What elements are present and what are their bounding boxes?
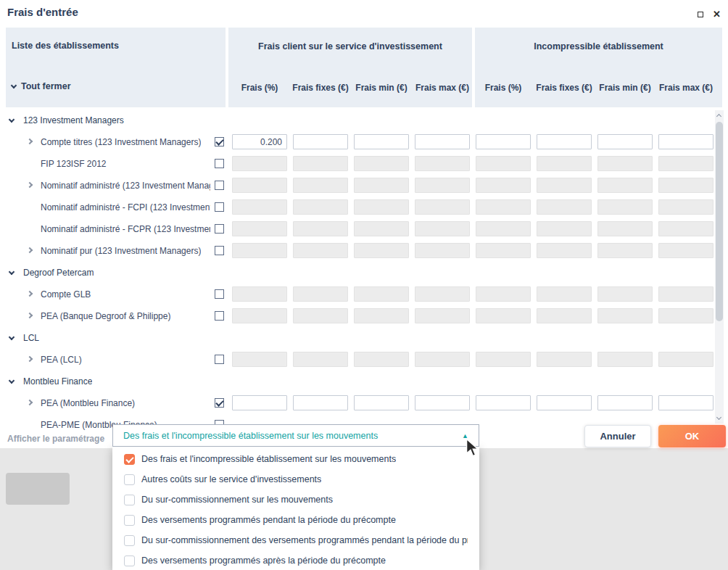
fee-input[interactable]	[476, 134, 531, 149]
row-checkbox-checked[interactable]	[215, 398, 224, 408]
fee-input[interactable]	[293, 395, 348, 410]
scroll-up-icon[interactable]	[716, 114, 721, 119]
cancel-button[interactable]: Annuler	[584, 425, 651, 447]
ok-button[interactable]: OK	[658, 425, 726, 447]
row-label: FIP 123ISF 2012	[41, 153, 107, 175]
fee-input	[293, 286, 348, 302]
fee-input[interactable]	[293, 134, 348, 149]
unchecked-checkbox-icon[interactable]	[124, 495, 135, 505]
vertical-scrollbar[interactable]	[715, 110, 724, 424]
unchecked-checkbox-icon[interactable]	[124, 535, 135, 546]
fee-input[interactable]	[354, 395, 409, 410]
fee-input[interactable]	[232, 134, 287, 149]
unchecked-checkbox-icon[interactable]	[124, 515, 135, 526]
fee-input[interactable]	[658, 395, 713, 410]
dropdown-option[interactable]: Du sur-commissionnement sur les mouvemen…	[112, 490, 479, 510]
chevron-right-icon[interactable]	[27, 139, 33, 144]
fee-input	[658, 156, 713, 171]
chevron-down-icon[interactable]	[9, 334, 15, 340]
row-checkbox[interactable]	[215, 289, 224, 299]
row-label: Compte GLB	[41, 284, 91, 305]
fee-input[interactable]	[415, 395, 470, 410]
collapse-all-button[interactable]: Tout fermer	[12, 81, 71, 91]
fee-input	[354, 178, 409, 193]
scrollbar-thumb[interactable]	[716, 122, 723, 321]
incompressible-group-title: Incompressible établissement	[475, 41, 722, 51]
fee-input	[597, 199, 653, 215]
fee-input	[232, 243, 287, 258]
fee-input[interactable]	[537, 134, 592, 149]
background-button-placeholder	[6, 473, 70, 505]
dropdown-option[interactable]: Autres coûts sur le service d'investisse…	[112, 469, 479, 490]
fee-input	[415, 221, 470, 236]
row-checkbox-checked[interactable]	[215, 137, 224, 146]
chevron-down-icon[interactable]	[9, 269, 15, 275]
account-row: FIP 123ISF 2012	[0, 153, 728, 175]
fee-input	[232, 221, 287, 236]
chevron-right-icon[interactable]	[27, 400, 33, 405]
fee-input[interactable]	[597, 134, 653, 149]
chevron-right-icon[interactable]	[27, 182, 33, 188]
dropdown-option-label: Autres coûts sur le service d'investisse…	[141, 474, 321, 484]
fee-input	[658, 199, 713, 215]
column-header-frais-pct: Frais (%)	[229, 83, 290, 93]
fee-input	[597, 352, 653, 367]
fee-input	[354, 221, 409, 236]
row-label: Nominatif administré - FCPR (123 Investm…	[41, 218, 210, 240]
fee-input	[537, 199, 592, 215]
row-checkbox[interactable]	[215, 355, 224, 364]
row-checkbox[interactable]	[215, 311, 224, 321]
dropdown-option[interactable]: Des frais et l'incompressible établissem…	[112, 449, 479, 469]
fee-input	[354, 286, 409, 302]
row-checkbox[interactable]	[215, 202, 224, 212]
row-checkbox[interactable]	[215, 159, 224, 168]
row-label: Montbleu Finance	[23, 371, 92, 392]
fee-input[interactable]	[476, 395, 531, 410]
fee-input	[415, 308, 470, 323]
chevron-right-icon[interactable]	[27, 356, 33, 362]
fee-input	[415, 199, 470, 215]
fee-input[interactable]	[354, 134, 409, 149]
row-label: Nominatif administré (123 Investment Man…	[41, 175, 210, 197]
fee-input	[597, 243, 653, 258]
fee-input	[293, 243, 348, 258]
fee-input	[597, 156, 653, 171]
row-label: Nominatif pur (123 Investment Managers)	[41, 240, 201, 262]
row-checkbox[interactable]	[215, 246, 224, 255]
chevron-right-icon[interactable]	[27, 247, 33, 253]
fee-input	[293, 221, 348, 236]
chevron-down-icon[interactable]	[9, 117, 15, 123]
column-header-frais-min: Frais min (€)	[351, 83, 412, 93]
settings-dropdown[interactable]: Des frais et l'incompressible établissem…	[112, 424, 479, 447]
row-checkbox[interactable]	[215, 181, 224, 190]
unchecked-checkbox-icon[interactable]	[124, 555, 135, 566]
scroll-down-icon[interactable]	[716, 415, 721, 420]
fee-input[interactable]	[415, 134, 470, 149]
establishments-table-body: 123 Investment ManagersCompte titres (12…	[0, 110, 728, 430]
dropdown-option[interactable]: Des versements programmés pendant la pér…	[112, 510, 479, 530]
fee-input[interactable]	[232, 395, 287, 410]
fee-input	[476, 243, 531, 258]
chevron-down-icon[interactable]	[9, 378, 15, 384]
dropdown-option[interactable]: Des versements programmés après la pério…	[112, 550, 479, 570]
account-row: PEA (Montbleu Finance)	[0, 392, 728, 414]
unchecked-checkbox-icon[interactable]	[124, 474, 135, 485]
row-checkbox[interactable]	[215, 224, 224, 234]
fee-input[interactable]	[658, 134, 713, 149]
fee-input	[293, 199, 348, 215]
fee-input	[658, 178, 713, 193]
chevron-right-icon[interactable]	[27, 291, 33, 297]
row-label: PEA (Montbleu Finance)	[41, 392, 135, 414]
fee-input	[354, 243, 409, 258]
dropdown-option[interactable]: Du sur-commissionnement des versements p…	[112, 530, 479, 550]
account-row: Compte GLB	[0, 284, 728, 305]
restore-square-glyph	[698, 12, 703, 17]
fee-input[interactable]	[597, 395, 653, 410]
row-label: PEA (Banque Degroof & Philippe)	[41, 305, 170, 327]
fee-input[interactable]	[537, 395, 592, 410]
chevron-right-icon[interactable]	[27, 313, 33, 318]
checked-checkbox-icon[interactable]	[124, 454, 135, 465]
fee-input	[597, 286, 653, 302]
close-icon[interactable]: ✕	[713, 9, 721, 19]
restore-window-icon[interactable]	[698, 7, 703, 20]
